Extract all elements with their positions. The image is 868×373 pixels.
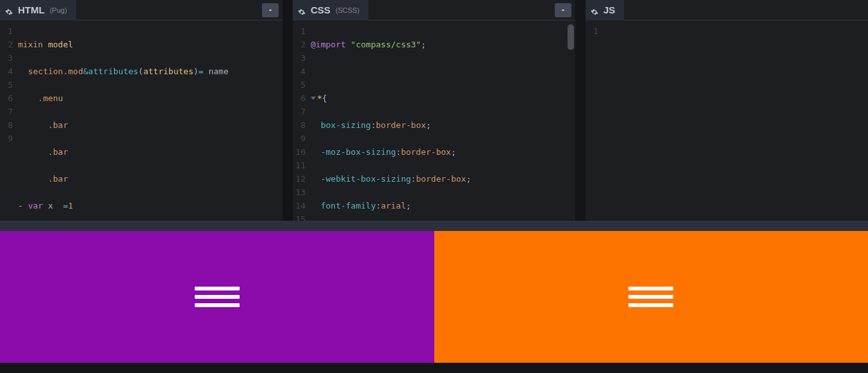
html-panel-title: HTML [18, 4, 45, 15]
menu-bar [195, 295, 240, 299]
editor-row: HTML (Pug) 123456789 mixin model section… [0, 0, 868, 221]
menu-bar [628, 303, 673, 307]
css-scrollbar[interactable] [568, 24, 574, 50]
html-panel-title-wrap[interactable]: HTML (Pug) [0, 0, 76, 20]
html-panel-dropdown[interactable] [262, 3, 279, 17]
gear-icon[interactable] [5, 6, 13, 14]
html-panel: HTML (Pug) 123456789 mixin model section… [0, 0, 283, 221]
preview-model-1 [0, 231, 434, 363]
html-panel-sub: (Pug) [50, 6, 67, 14]
css-panel-title-wrap[interactable]: CSS (SCSS) [293, 0, 368, 20]
hamburger-menu-icon[interactable] [628, 282, 673, 312]
css-code[interactable]: @import "compass/css3"; *{ box-sizing:bo… [311, 24, 575, 221]
gear-icon[interactable] [591, 6, 598, 14]
css-panel-header: CSS (SCSS) [293, 0, 575, 20]
preview-model-2 [434, 231, 869, 363]
chevron-down-icon [559, 6, 567, 14]
menu-bar [195, 287, 240, 290]
preview-pane [0, 221, 868, 363]
html-panel-header: HTML (Pug) [0, 0, 283, 20]
html-editor[interactable]: 123456789 mixin model section.mod&attrib… [0, 20, 283, 221]
js-panel: JS 1 [585, 0, 868, 221]
js-gutter: 1 [585, 24, 603, 221]
js-editor[interactable]: 1 [585, 20, 868, 221]
css-gutter: 123456789101112131415 [293, 24, 311, 221]
menu-bar [628, 287, 673, 290]
js-panel-header: JS [585, 0, 868, 20]
css-panel: CSS (SCSS) 123456789101112131415 @import… [293, 0, 575, 221]
css-panel-dropdown[interactable] [555, 3, 571, 17]
css-editor[interactable]: 123456789101112131415 @import "compass/c… [293, 20, 575, 221]
css-panel-sub: (SCSS) [336, 6, 359, 14]
chevron-down-icon [266, 6, 274, 14]
html-code[interactable]: mixin model section.mod&attributes(attri… [18, 24, 283, 221]
menu-bar [628, 295, 673, 299]
js-code[interactable] [603, 24, 868, 221]
js-panel-title: JS [603, 4, 615, 15]
css-panel-title: CSS [311, 4, 331, 15]
html-gutter: 123456789 [0, 24, 18, 221]
hamburger-menu-icon[interactable] [195, 282, 240, 312]
menu-bar [195, 303, 240, 307]
gear-icon[interactable] [298, 6, 306, 14]
js-panel-title-wrap[interactable]: JS [585, 0, 624, 20]
